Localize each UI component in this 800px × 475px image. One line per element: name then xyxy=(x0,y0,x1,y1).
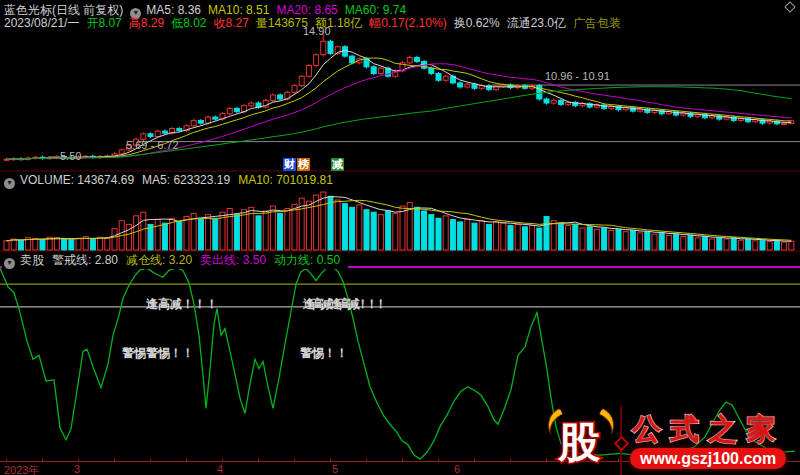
quote-token: 换0.62% xyxy=(454,16,500,30)
quote-token: 流通23.0亿 xyxy=(507,16,566,30)
chevron-down-icon[interactable]: ▾ xyxy=(4,178,15,189)
quote-token: 2023/08/21/一 xyxy=(4,16,79,30)
volume-token: VOLUME: 143674.69 xyxy=(20,173,134,187)
site-watermark[interactable]: 股 公式之家 www.gszj100.com xyxy=(548,406,786,475)
x-axis-label: 4 xyxy=(217,463,223,475)
indicator-signal-text: 警惕警惕！！ xyxy=(122,345,194,362)
quote-token: 额1.18亿 xyxy=(315,16,362,30)
chevron-down-icon[interactable]: ▾ xyxy=(4,258,15,269)
price-ma-10 xyxy=(7,58,792,159)
indicator-header: ▾卖股警戒线: 2.80减仓线: 3.20卖出线: 3.50动力线: 0.50 xyxy=(2,252,348,269)
quote-token: 开8.07 xyxy=(86,16,121,30)
x-axis-label: 3 xyxy=(74,463,80,475)
indicator-signal-text: 逢高减！！！ xyxy=(146,296,218,313)
fn-icon-榜[interactable]: 榜 xyxy=(297,158,310,171)
volume-header: ▾VOLUME: 143674.69MA5: 623323.19MA10: 70… xyxy=(2,173,341,189)
bull-stock-logo: 股 xyxy=(548,410,614,474)
indicator-signal-text: 警惕！！ xyxy=(300,345,348,362)
chart-canvas[interactable] xyxy=(0,0,800,475)
watermark-url[interactable]: www.gszj100.com xyxy=(630,448,786,469)
quote-token: 高8.29 xyxy=(129,16,164,30)
x-axis-label: 2023年 xyxy=(4,463,39,475)
quote-token: 量143675 xyxy=(256,16,308,30)
indicator-token: 动力线: 0.50 xyxy=(274,253,340,267)
quote-token: 低8.02 xyxy=(171,16,206,30)
volume-series xyxy=(4,192,794,250)
indicator-token: 警戒线: 2.80 xyxy=(52,253,118,267)
volume-token: MA5: 623323.19 xyxy=(142,173,230,187)
indicator-token: 卖出线: 3.50 xyxy=(200,253,266,267)
price-annotation: 10.96 - 10.91 xyxy=(545,70,610,82)
diamond-icon xyxy=(614,436,630,452)
quote-token: 收8.27 xyxy=(213,16,248,30)
fn-icon-财[interactable]: 财 xyxy=(283,158,296,171)
price-ma-5 xyxy=(7,51,792,160)
candlestick-series xyxy=(4,32,794,162)
stock-app-window: 蓝色光标(日线 前复权)▾MA5: 8.36MA10: 8.51MA20: 8.… xyxy=(0,0,800,475)
indicator-signal-text: 逢高减逢高减！！！ xyxy=(303,296,384,313)
price-annotation: 5.69 - 6.72 xyxy=(126,139,179,151)
quote-token: 幅0.17(2.10%) xyxy=(369,16,446,30)
logo-character: 股 xyxy=(558,422,600,464)
x-axis-label: 6 xyxy=(454,463,460,475)
watermark-brand: 公式之家 xyxy=(632,414,784,446)
x-axis-label: 5 xyxy=(332,463,338,475)
indicator-token: 减仓线: 3.20 xyxy=(126,253,192,267)
watermark-divider xyxy=(620,406,622,475)
price-annotation: 5.50 xyxy=(60,150,81,162)
fn-icon-减[interactable]: 减 xyxy=(331,158,344,171)
header-line-2: 2023/08/21/一开8.07高8.29低8.02收8.27量143675额… xyxy=(4,15,628,32)
price-ma-60 xyxy=(7,87,792,160)
volume-token: MA10: 701019.81 xyxy=(238,173,333,187)
indicator-token: 卖股 xyxy=(20,253,44,267)
quote-token[interactable]: 广告包装 xyxy=(573,16,621,30)
